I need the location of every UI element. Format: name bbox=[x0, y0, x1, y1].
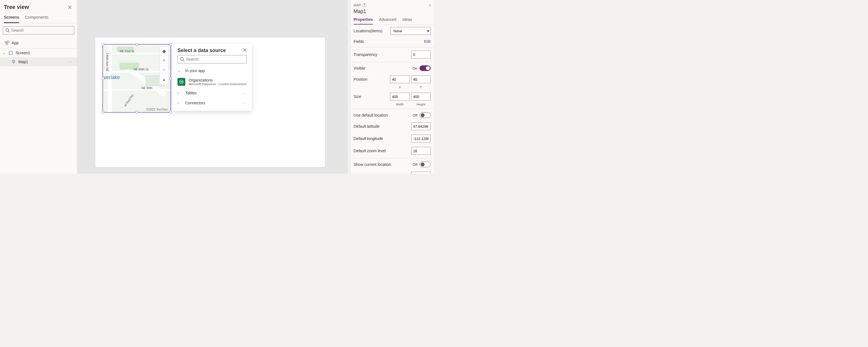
pitch-icon: ▲ bbox=[162, 77, 166, 82]
prop-position-label: Position bbox=[353, 77, 390, 82]
prop-position-x-input[interactable] bbox=[390, 75, 409, 83]
tab-components[interactable]: Components bbox=[25, 12, 49, 23]
ds-section-label: In your app bbox=[185, 68, 205, 73]
tree-node-more-button[interactable]: ··· bbox=[68, 60, 72, 64]
prop-showcurrent-toggle[interactable] bbox=[420, 162, 431, 167]
map-nav-buttons: ◆ + − ▲ bbox=[159, 46, 169, 85]
properties-panel: MAP ? › Map1 Properties Advanced Ideas L… bbox=[350, 0, 434, 174]
prop-x-label: X bbox=[390, 86, 409, 89]
control-type-label: MAP bbox=[353, 3, 361, 7]
screen-preview[interactable]: NE 51st St NE 40th St NE 30th 148th Ave … bbox=[95, 38, 325, 167]
tree-close-button[interactable] bbox=[67, 4, 72, 10]
map-control[interactable]: NE 51st St NE 40th St NE 30th 148th Ave … bbox=[102, 44, 171, 113]
ds-item-name: Organizations bbox=[189, 78, 247, 82]
prop-position-y-input[interactable] bbox=[411, 75, 431, 83]
resize-handle[interactable] bbox=[101, 43, 104, 46]
tree-view-title: Tree view bbox=[4, 4, 29, 10]
prop-zoom-label: Default zoom level bbox=[353, 149, 411, 153]
resize-handle[interactable] bbox=[169, 111, 172, 114]
prop-transparency-input[interactable] bbox=[411, 51, 431, 58]
tree-map-node[interactable]: Map1 ··· bbox=[0, 57, 77, 66]
svg-point-0 bbox=[6, 29, 9, 31]
ds-section-connectors[interactable]: › Connectors ··· bbox=[173, 98, 252, 108]
prop-visible-state: On bbox=[412, 66, 417, 70]
map-icon bbox=[11, 59, 16, 64]
ds-section-in-your-app[interactable]: ⌄ In your app bbox=[173, 66, 252, 76]
tree-screen-label: Screen1 bbox=[16, 51, 30, 55]
prop-showcurrent-state: Off bbox=[412, 162, 417, 167]
prop-transparency-label: Transparency bbox=[353, 52, 411, 57]
app-icon bbox=[4, 40, 9, 45]
search-icon bbox=[5, 28, 10, 33]
tree-search-box[interactable] bbox=[3, 26, 74, 34]
svg-rect-3 bbox=[6, 43, 8, 45]
tree-app-node[interactable]: App bbox=[0, 37, 77, 49]
data-source-search-box[interactable] bbox=[178, 55, 247, 63]
prop-fields-edit-link[interactable]: Edit bbox=[424, 39, 431, 44]
ds-section-more-button[interactable]: ··· bbox=[242, 101, 247, 105]
road-label: NE 40th St bbox=[133, 68, 148, 71]
dataverse-icon bbox=[178, 78, 185, 86]
prop-usedefault-toggle[interactable] bbox=[420, 113, 431, 118]
prop-curlat-input[interactable] bbox=[411, 172, 431, 174]
prop-lat-input[interactable] bbox=[411, 122, 431, 130]
prop-lat-label: Default latitude bbox=[353, 124, 411, 129]
prop-size-label: Size bbox=[353, 94, 390, 99]
road-label: NE 30th bbox=[141, 86, 152, 90]
prop-showcurrent-label: Show current location bbox=[353, 162, 412, 167]
ds-item-organizations[interactable]: Organizations Microsoft Dataverse - Curr… bbox=[173, 76, 252, 88]
resize-handle[interactable] bbox=[169, 77, 172, 80]
plus-icon: + bbox=[163, 58, 166, 63]
minus-icon: − bbox=[163, 67, 166, 73]
resize-handle[interactable] bbox=[169, 43, 172, 46]
help-icon[interactable]: ? bbox=[363, 3, 366, 7]
map-zoom-in-button[interactable]: + bbox=[160, 56, 168, 65]
prop-tab-ideas[interactable]: Ideas bbox=[403, 17, 412, 25]
resize-handle[interactable] bbox=[101, 111, 104, 114]
prop-visible-toggle[interactable] bbox=[420, 65, 431, 71]
prop-size-h-input[interactable] bbox=[411, 93, 431, 100]
ds-item-subtitle: Microsoft Dataverse - Current environmen… bbox=[189, 82, 247, 86]
prop-zoom-input[interactable] bbox=[411, 147, 431, 155]
resize-handle[interactable] bbox=[135, 111, 138, 114]
svg-point-6 bbox=[181, 58, 183, 60]
close-icon bbox=[68, 5, 72, 9]
prop-size-w-input[interactable] bbox=[390, 93, 409, 100]
prop-lon-label: Default longitude bbox=[353, 136, 411, 141]
panel-expand-button[interactable]: › bbox=[429, 2, 431, 8]
svg-rect-4 bbox=[9, 51, 12, 55]
map-zoom-out-button[interactable]: − bbox=[160, 65, 168, 75]
map-pitch-button[interactable]: ▲ bbox=[160, 75, 168, 84]
ds-section-tables[interactable]: › Tables ··· bbox=[173, 88, 252, 98]
close-icon bbox=[243, 48, 247, 52]
map-locate-button[interactable]: ◆ bbox=[160, 46, 168, 56]
city-label: verlake bbox=[104, 74, 120, 81]
tree-map-label: Map1 bbox=[18, 60, 28, 64]
road-label: el Red Rd bbox=[124, 94, 134, 107]
prop-tab-advanced[interactable]: Advanced bbox=[379, 17, 396, 25]
data-source-close-button[interactable] bbox=[243, 48, 247, 53]
data-source-title: Select a data source bbox=[178, 48, 226, 54]
resize-handle[interactable] bbox=[135, 43, 138, 46]
ds-section-more-button[interactable]: ··· bbox=[242, 91, 247, 95]
map-surface[interactable]: NE 51st St NE 40th St NE 30th 148th Ave … bbox=[103, 44, 170, 112]
tree-app-label: App bbox=[12, 41, 19, 45]
svg-rect-1 bbox=[5, 41, 7, 43]
resize-handle[interactable] bbox=[101, 77, 104, 80]
prop-locations-label: Locations(Items) bbox=[353, 29, 390, 33]
screen-icon bbox=[8, 51, 13, 55]
prop-w-label: Width bbox=[390, 103, 409, 106]
tree-screen-node[interactable]: ⌄ Screen1 bbox=[0, 49, 77, 57]
prop-lon-input[interactable] bbox=[411, 135, 431, 143]
chevron-right-icon: › bbox=[178, 101, 182, 105]
ds-section-label: Tables bbox=[185, 91, 196, 95]
road-label: NE 51st St bbox=[120, 50, 134, 53]
prop-tab-properties[interactable]: Properties bbox=[353, 17, 373, 25]
prop-locations-select[interactable]: None bbox=[390, 27, 431, 35]
prop-h-label: Height bbox=[411, 103, 431, 106]
tab-screens[interactable]: Screens bbox=[4, 12, 19, 23]
canvas-area: NE 51st St NE 40th St NE 30th 148th Ave … bbox=[78, 0, 348, 174]
data-source-search-input[interactable] bbox=[186, 57, 244, 62]
tree-search-input[interactable] bbox=[11, 28, 72, 33]
chevron-down-icon[interactable]: ⌄ bbox=[2, 51, 6, 55]
